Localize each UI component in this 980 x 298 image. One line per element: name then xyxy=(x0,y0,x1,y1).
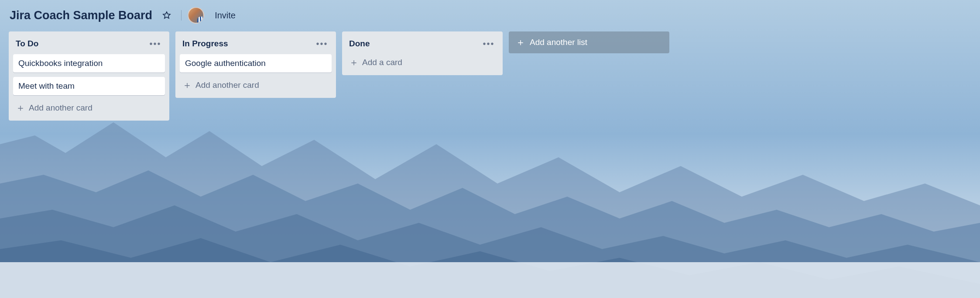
ellipsis-icon: ••• xyxy=(149,39,161,49)
board-header: Jira Coach Sample Board Invite xyxy=(8,4,972,31)
card[interactable]: Meet with team xyxy=(13,77,165,95)
list-in-progress: In Progress ••• Google authentication ＋ … xyxy=(175,31,336,98)
add-card-button[interactable]: ＋ Add a card xyxy=(346,54,498,71)
list-menu-button[interactable]: ••• xyxy=(148,38,162,50)
avatar[interactable] xyxy=(188,7,204,24)
list-header: To Do ••• xyxy=(13,36,165,54)
list-menu-button[interactable]: ••• xyxy=(315,38,329,50)
plus-icon: ＋ xyxy=(516,38,525,47)
star-board-button[interactable] xyxy=(158,7,175,24)
list-to-do: To Do ••• Quickbooks integration Meet wi… xyxy=(9,31,169,121)
board: Jira Coach Sample Board Invite To Do •••… xyxy=(0,0,980,125)
ellipsis-icon: ••• xyxy=(316,39,328,49)
add-card-label: Add a card xyxy=(362,58,402,67)
list-header: In Progress ••• xyxy=(180,36,332,54)
list-title[interactable]: In Progress xyxy=(182,39,228,49)
plus-icon: ＋ xyxy=(16,103,25,113)
add-list-label: Add another list xyxy=(530,38,587,47)
list-title[interactable]: To Do xyxy=(16,39,38,49)
star-icon xyxy=(162,11,171,20)
card[interactable]: Quickbooks integration xyxy=(13,54,165,73)
board-title[interactable]: Jira Coach Sample Board xyxy=(10,9,152,22)
ellipsis-icon: ••• xyxy=(483,39,494,49)
list-done: Done ••• ＋ Add a card xyxy=(342,31,503,75)
card[interactable]: Google authentication xyxy=(180,54,332,73)
invite-button[interactable]: Invite xyxy=(210,8,240,23)
add-card-button[interactable]: ＋ Add another card xyxy=(180,77,332,94)
plus-icon: ＋ xyxy=(349,58,359,67)
plus-icon: ＋ xyxy=(182,80,192,90)
list-menu-button[interactable]: ••• xyxy=(482,38,496,50)
header-divider xyxy=(181,10,182,21)
add-list-button[interactable]: ＋ Add another list xyxy=(509,31,669,53)
list-header: Done ••• xyxy=(346,36,498,54)
add-card-label: Add another card xyxy=(29,103,93,113)
add-card-button[interactable]: ＋ Add another card xyxy=(13,100,165,116)
lists-row: To Do ••• Quickbooks integration Meet wi… xyxy=(8,31,972,121)
list-title[interactable]: Done xyxy=(349,39,370,49)
svg-rect-1 xyxy=(0,262,980,298)
add-card-label: Add another card xyxy=(195,80,259,90)
